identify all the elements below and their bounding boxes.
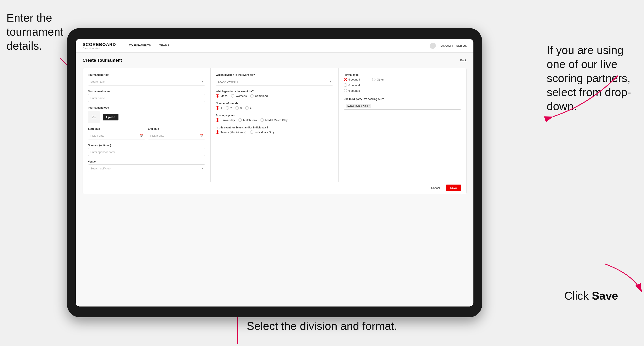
cancel-button[interactable]: Cancel <box>428 184 443 191</box>
save-button[interactable]: Save <box>446 184 461 191</box>
start-date-group: Start date <box>88 127 145 140</box>
division-select[interactable]: NCAA Division I <box>216 78 333 85</box>
logo-sub: Powered by clippi <box>82 47 116 49</box>
nav-item-teams[interactable]: TEAMS <box>159 43 169 48</box>
api-label: Use third-party live scoring API? <box>344 98 461 101</box>
venue-label: Venue <box>88 160 205 163</box>
form-col-2: Which division is the event for? NCAA Di… <box>210 68 338 182</box>
form-grid: Tournament Host Tournament name Tour <box>83 68 466 182</box>
sponsor-label: Sponsor (optional) <box>88 144 205 147</box>
end-date-input[interactable] <box>148 132 205 140</box>
radio-teams-circle <box>216 130 219 134</box>
individuals-only[interactable]: Individuals Only <box>250 130 274 134</box>
round-1[interactable]: 1 <box>216 106 222 110</box>
name-input[interactable] <box>88 94 205 102</box>
form-col-3: Format type 5 count 4 <box>338 68 466 182</box>
scoring-medal[interactable]: Medal Match Play <box>260 118 288 122</box>
sponsor-group: Sponsor (optional) <box>88 144 205 156</box>
api-tag: Leaderboard King × <box>346 104 372 108</box>
host-label: Tournament Host <box>88 73 205 76</box>
top-nav: SCOREBOARD Powered by clippi TOURNAMENTS… <box>76 39 474 53</box>
round-3[interactable]: 3 <box>236 106 242 110</box>
radio-other-circle <box>372 78 376 81</box>
sponsor-input[interactable] <box>88 148 205 156</box>
name-group: Tournament name <box>88 90 205 102</box>
end-date-group: End date <box>148 127 205 140</box>
create-tournament-form: Tournament Host Tournament name Tour <box>82 68 466 194</box>
gender-combined[interactable]: Combined <box>250 94 268 98</box>
gender-label: Which gender is the event for? <box>216 90 333 93</box>
format-5count4[interactable]: 5 count 4 <box>344 78 360 81</box>
end-date-wrapper <box>148 132 205 140</box>
start-date-label: Start date <box>88 127 145 130</box>
teams-with-individuals[interactable]: Teams (+Individuals) <box>216 130 246 134</box>
division-label: Which division is the event for? <box>216 73 333 76</box>
radio-combined-circle <box>250 94 254 98</box>
start-date-wrapper <box>88 132 145 140</box>
api-select-wrapper[interactable]: Leaderboard King × <box>344 102 461 110</box>
format-6count5[interactable]: 6 count 5 <box>344 89 461 92</box>
svg-rect-4 <box>92 115 96 119</box>
user-name: Test User | <box>439 44 453 47</box>
host-search-input[interactable] <box>88 78 205 85</box>
scoring-match[interactable]: Match Play <box>238 118 257 122</box>
api-tag-close[interactable]: × <box>369 105 370 107</box>
rounds-group: Number of rounds 1 2 <box>216 102 333 110</box>
user-avatar <box>430 43 436 49</box>
host-group: Tournament Host <box>88 73 205 85</box>
format-row-1: 5 count 4 Other <box>344 78 461 81</box>
radio-6count5-circle <box>344 89 347 92</box>
page-title: Create Tournament <box>82 58 122 63</box>
gender-womens[interactable]: Womens <box>231 94 247 98</box>
logo-upload-area: Upload <box>88 111 205 123</box>
page-header: Create Tournament ‹ Back <box>82 58 466 63</box>
radio-match-circle <box>238 118 242 122</box>
logo-text: SCOREBOARD <box>82 42 116 47</box>
tablet-screen: SCOREBOARD Powered by clippi TOURNAMENTS… <box>76 39 474 307</box>
venue-select-wrapper <box>88 165 205 172</box>
gender-radio-group: Mens Womens Combined <box>216 94 333 98</box>
date-row: Start date End date <box>88 127 205 144</box>
radio-round4-circle <box>245 106 248 110</box>
annotation-topleft: Enter the tournament details. <box>6 11 63 53</box>
logo-group: Tournament logo <box>88 106 205 123</box>
host-select-wrapper <box>88 78 205 85</box>
main-content: Create Tournament ‹ Back Tournament Host <box>76 53 474 307</box>
round-4[interactable]: 4 <box>245 106 252 110</box>
format-label: Format type <box>344 73 461 76</box>
annotation-topright: If you are using one of our live scoring… <box>547 43 638 113</box>
radio-round2-circle <box>226 106 229 110</box>
radio-individuals-circle <box>250 130 253 134</box>
nav-item-tournaments[interactable]: TOURNAMENTS <box>129 43 151 48</box>
round-2[interactable]: 2 <box>226 106 232 110</box>
nav-right: Test User | Sign out <box>430 43 466 49</box>
format-group: Format type 5 count 4 <box>344 73 461 92</box>
annotation-bottom: Select the division and format. <box>247 319 397 333</box>
venue-group: Venue <box>88 160 205 172</box>
logo-placeholder <box>88 111 100 123</box>
start-date-input[interactable] <box>88 132 145 140</box>
rounds-radio-group: 1 2 3 <box>216 106 333 110</box>
radio-5count4-circle <box>344 78 347 81</box>
annotation-bottomright: Click Save <box>564 289 618 303</box>
radio-round3-circle <box>236 106 239 110</box>
radio-6count4-circle <box>344 83 347 87</box>
upload-button[interactable]: Upload <box>103 114 118 120</box>
scoring-group: Scoring system Stroke Play Match Play <box>216 114 333 122</box>
format-other[interactable]: Other <box>372 78 384 81</box>
format-6count4[interactable]: 6 count 4 <box>344 83 461 87</box>
teams-group: Is this event for Teams and/or Individua… <box>216 126 333 134</box>
scoring-stroke[interactable]: Stroke Play <box>216 118 235 122</box>
logo-area: SCOREBOARD Powered by clippi <box>82 42 116 49</box>
teams-label: Is this event for Teams and/or Individua… <box>216 126 333 129</box>
division-select-wrapper: NCAA Division I <box>216 78 333 85</box>
form-footer: Cancel Save <box>83 182 466 194</box>
sign-out-link[interactable]: Sign out <box>456 44 466 47</box>
scoring-label: Scoring system <box>216 114 333 117</box>
radio-medal-circle <box>260 118 264 122</box>
gender-mens[interactable]: Mens <box>216 94 228 98</box>
name-label: Tournament name <box>88 90 205 93</box>
back-link[interactable]: ‹ Back <box>458 59 466 62</box>
rounds-label: Number of rounds <box>216 102 333 105</box>
venue-search-input[interactable] <box>88 165 205 172</box>
